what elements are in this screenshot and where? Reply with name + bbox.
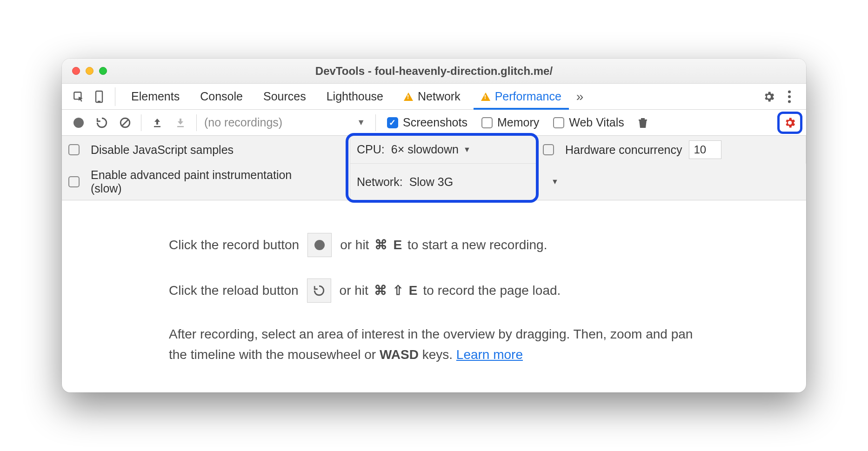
warning-icon — [481, 93, 490, 101]
svg-point-5 — [788, 100, 791, 103]
advanced-paint-checkbox[interactable]: Enable advanced paint instrumentation (s… — [62, 164, 350, 200]
chevron-down-icon: ▼ — [357, 118, 365, 127]
inspect-element-icon[interactable] — [68, 86, 89, 107]
select-value: Slow 3G — [409, 175, 453, 189]
empty-cell: ▼ — [536, 164, 806, 200]
checkbox-icon — [68, 144, 80, 155]
capture-settings-panel: Disable JavaScript samples CPU: 6× slowd… — [62, 136, 806, 200]
checkbox-label: Memory — [497, 116, 539, 129]
load-profile-button[interactable] — [147, 113, 167, 133]
memory-checkbox[interactable]: Memory — [476, 116, 545, 129]
chevron-down-icon: ▼ — [551, 178, 559, 186]
window-title: DevTools - foul-heavenly-direction.glitc… — [62, 65, 806, 78]
learn-more-link[interactable]: Learn more — [456, 347, 523, 362]
divider — [196, 114, 197, 131]
tab-network[interactable]: Network — [394, 84, 471, 109]
svg-rect-8 — [154, 126, 160, 127]
kbd: E — [409, 280, 418, 300]
kbd: WASD — [380, 347, 419, 362]
tab-performance[interactable]: Performance — [471, 84, 572, 109]
checkbox-label: Web Vitals — [569, 116, 624, 129]
svg-point-4 — [788, 95, 791, 98]
hint-record: Click the record button or hit ⌘ E to st… — [169, 233, 699, 257]
recordings-dropdown[interactable]: (no recordings) ▼ — [202, 116, 370, 129]
window-controls — [72, 67, 107, 75]
recordings-label: (no recordings) — [204, 116, 282, 129]
tab-label: Performance — [495, 90, 561, 103]
field-label: Network: — [357, 175, 403, 189]
kbd: ⌘ — [374, 235, 387, 255]
checkbox-icon — [387, 117, 398, 128]
hardware-concurrency-row: Hardware concurrency 10 — [536, 136, 806, 164]
tab-label: Sources — [263, 90, 306, 103]
hardware-concurrency-checkbox[interactable]: Hardware concurrency — [543, 143, 682, 157]
input-value: 10 — [694, 143, 707, 156]
hint-reload: Click the reload button or hit ⌘ ⇧ E to … — [169, 279, 699, 303]
reload-record-button[interactable] — [92, 113, 112, 133]
checkbox-icon — [481, 117, 493, 128]
empty-state-hints: Click the record button or hit ⌘ E to st… — [62, 200, 806, 392]
panel-tabs: Elements Console Sources Lighthouse Netw… — [62, 84, 806, 110]
kebab-menu-icon[interactable] — [779, 86, 800, 107]
clear-button[interactable] — [115, 113, 135, 133]
tab-label: Console — [200, 90, 243, 103]
capture-settings-button[interactable] — [777, 112, 802, 134]
network-throttle-select[interactable]: Network: Slow 3G — [350, 164, 536, 200]
checkbox-label: Screenshots — [403, 116, 467, 129]
svg-rect-9 — [177, 126, 184, 127]
performance-toolbar: (no recordings) ▼ Screenshots Memory Web… — [62, 110, 806, 136]
kbd: ⌘ — [374, 280, 387, 300]
web-vitals-checkbox[interactable]: Web Vitals — [548, 116, 630, 129]
hardware-concurrency-input[interactable]: 10 — [689, 140, 721, 159]
checkbox-icon — [543, 144, 554, 155]
screenshots-checkbox[interactable]: Screenshots — [381, 116, 473, 129]
checkbox-label: Disable JavaScript samples — [91, 143, 234, 157]
hint-navigate: After recording, select an area of inter… — [169, 324, 699, 365]
disable-js-samples-checkbox[interactable]: Disable JavaScript samples — [62, 136, 350, 164]
checkbox-label: Hardware concurrency — [565, 143, 682, 157]
svg-point-3 — [788, 90, 791, 93]
cpu-throttle-select[interactable]: CPU: 6× slowdown ▼ — [350, 136, 536, 164]
checkbox-icon — [68, 176, 80, 187]
divider — [115, 87, 115, 106]
titlebar: DevTools - foul-heavenly-direction.glitc… — [62, 59, 806, 84]
svg-line-7 — [122, 119, 128, 126]
record-icon — [307, 233, 332, 257]
record-button[interactable] — [68, 113, 89, 133]
reload-icon — [307, 279, 331, 303]
svg-rect-11 — [639, 119, 647, 121]
device-toolbar-icon[interactable] — [89, 86, 109, 107]
kbd: E — [393, 235, 402, 255]
zoom-window-button[interactable] — [99, 67, 107, 75]
divider — [141, 114, 141, 131]
tab-console[interactable]: Console — [190, 84, 253, 109]
divider — [375, 114, 376, 131]
close-window-button[interactable] — [72, 67, 80, 75]
devtools-window: DevTools - foul-heavenly-direction.glitc… — [62, 59, 806, 392]
tab-label: Elements — [131, 90, 180, 103]
settings-icon[interactable] — [759, 86, 779, 107]
tab-elements[interactable]: Elements — [121, 84, 190, 109]
minimize-window-button[interactable] — [86, 67, 93, 75]
tab-label: Lighthouse — [327, 90, 383, 103]
tab-lighthouse[interactable]: Lighthouse — [316, 84, 394, 109]
collect-garbage-button[interactable] — [633, 113, 653, 133]
checkbox-label: Enable advanced paint instrumentation (s… — [91, 168, 292, 195]
svg-rect-1 — [96, 91, 102, 102]
field-label: CPU: — [357, 143, 385, 156]
more-tabs-button[interactable]: » — [572, 89, 588, 104]
kbd: ⇧ — [393, 280, 403, 300]
checkbox-icon — [553, 117, 564, 128]
warning-icon — [404, 93, 413, 101]
chevron-down-icon: ▼ — [463, 146, 471, 154]
save-profile-button[interactable] — [170, 113, 191, 133]
tab-sources[interactable]: Sources — [253, 84, 316, 109]
select-value: 6× slowdown — [391, 143, 459, 156]
svg-rect-10 — [641, 118, 645, 119]
tab-label: Network — [418, 90, 461, 103]
